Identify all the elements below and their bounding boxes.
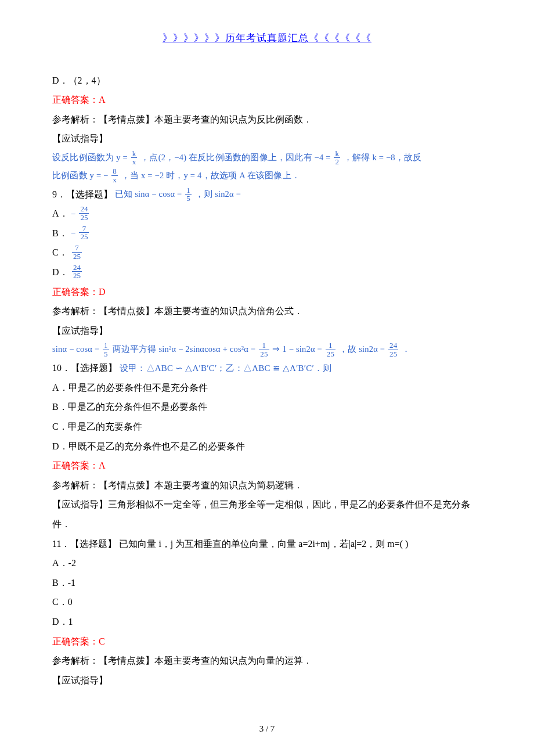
fraction-24-25: 2425: [79, 205, 89, 221]
q9-stem: 9．【选择题】 已知 sinα − cosα = 15 ，则 sin2α =: [52, 185, 482, 204]
q8-explanation-line1: 设反比例函数为 y = kx ，点(2，−4) 在反比例函数的图像上，因此有 −…: [52, 149, 482, 167]
fraction-k-over-x: kx: [131, 150, 138, 166]
q11-answer: 正确答案：C: [52, 632, 482, 651]
text: 设反比例函数为 y =: [52, 153, 130, 162]
q11-analysis: 参考解析：【考情点拨】本题主要考查的知识点为向量的运算．: [52, 651, 482, 671]
q9-analysis: 参考解析：【考情点拨】本题主要考查的知识点为倍角公式．: [52, 301, 482, 321]
q9-math: 已知 sinα − cosα = 15 ，则 sin2α =: [115, 185, 241, 203]
q11-option-d: D．1: [52, 612, 482, 632]
fraction-7-25: 725: [79, 225, 89, 241]
text: ，解得 k = −8，故反: [344, 153, 421, 162]
past-exams-link[interactable]: 》》》》》》历年考试真题汇总《《《《《《: [163, 33, 371, 44]
q10-option-b: B．甲是乙的充分条件但不是必要条件: [52, 397, 482, 417]
q9-option-d: D． 2425: [52, 262, 482, 282]
q11-option-b: B．-1: [52, 573, 482, 593]
q10-math: 设甲：△ABC ∽ △A′B′C′；乙：△ABC ≌ △A′B′C′．则: [120, 363, 331, 373]
q9-option-c: C． 725: [52, 243, 482, 262]
fraction-k-over-2: k2: [334, 150, 340, 166]
q9-answer: 正确答案：D: [52, 282, 482, 302]
q11-option-a: A．-2: [52, 553, 482, 573]
text: ，点(2，−4) 在反比例函数的图像上，因此有 −4 =: [140, 153, 333, 162]
page-number: 3 / 7: [259, 724, 275, 733]
q11-guide-label: 【应试指导】: [52, 671, 482, 690]
q11-stem: 11．【选择题】 已知向量 i，j 为互相垂直的单位向量，向量 a=2i+mj，…: [52, 534, 482, 554]
option-label: B．: [52, 224, 68, 243]
text: ，当 x = −2 时，y = 4，故选项 A 在该图像上．: [121, 171, 300, 180]
option-label: D．: [52, 262, 68, 282]
q8-option-d: D．（2，4）: [52, 71, 482, 91]
option-label: C．: [52, 243, 68, 262]
q8-explanation-line2: 比例函数 y = − 8x ，当 x = −2 时，y = 4，故选项 A 在该…: [52, 167, 482, 185]
fraction-24-25-b: 2425: [72, 264, 82, 280]
q9-guide-label: 【应试指导】: [52, 321, 482, 341]
q10-guide-line3: 件．: [52, 514, 482, 534]
q10-label: 10．【选择题】: [52, 363, 117, 373]
page-footer: 3 / 7: [0, 724, 534, 734]
q9-label: 9．【选择题】: [52, 185, 113, 204]
q9-explanation: sinα − cosα = 15 两边平方得 sin²α − 2sinαcosα…: [52, 340, 482, 358]
q11-option-c: C．0: [52, 592, 482, 612]
option-label: A．: [52, 204, 68, 224]
q9-option-b: B． − 725: [52, 224, 482, 243]
q8-guide-label: 【应试指导】: [52, 129, 482, 149]
q10-guide-line2: 【应试指导】三角形相似不一定全等，但三角形全等一定相似，因此，甲是乙的必要条件但…: [52, 495, 482, 514]
fraction-7-25-b: 725: [72, 244, 82, 260]
q9-option-a: A． − 2425: [52, 204, 482, 224]
fraction-8-over-x: 8x: [111, 167, 118, 183]
q10-answer: 正确答案：A: [52, 456, 482, 476]
q10-option-c: C．甲是乙的充要条件: [52, 417, 482, 437]
q10-stem: 10．【选择题】 设甲：△ABC ∽ △A′B′C′；乙：△ABC ≌ △A′B…: [52, 358, 482, 378]
q8-answer: 正确答案：A: [52, 90, 482, 110]
fraction-1-5: 15: [185, 186, 192, 203]
q8-analysis: 参考解析：【考情点拨】本题主要考查的知识点为反比例函数．: [52, 110, 482, 129]
q10-analysis: 参考解析：【考情点拨】本题主要考查的知识点为简易逻辑．: [52, 476, 482, 495]
q10-option-d: D．甲既不是乙的充分条件也不是乙的必要条件: [52, 437, 482, 456]
q10-option-a: A．甲是乙的必要条件但不是充分条件: [52, 378, 482, 398]
header-link-row: 》》》》》》历年考试真题汇总《《《《《《: [52, 28, 482, 49]
text: 比例函数 y = −: [52, 171, 108, 180]
